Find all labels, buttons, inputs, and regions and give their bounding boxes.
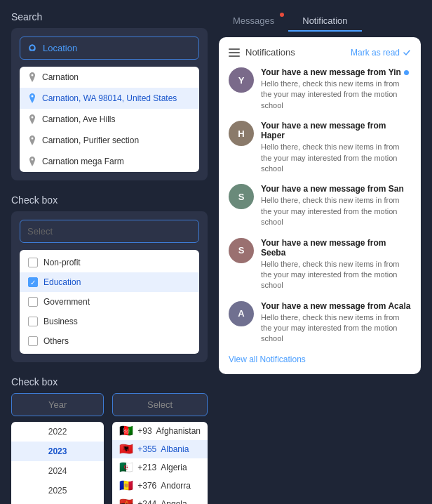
country-item[interactable]: 🇦🇩 +376 Andorra [112,477,208,495]
checkbox-item[interactable]: Others [20,331,199,351]
notif-item[interactable]: YYour have a new message from YinHello t… [229,67,411,111]
notif-content: Your have a new message from HaperHello … [261,121,411,174]
checkbox-label: Non-profit [43,258,81,267]
country-select[interactable]: Select [112,393,208,416]
checkbox[interactable] [28,258,38,267]
country-code: +244 [137,499,156,504]
svg-point-2 [32,95,34,98]
notif-text: Hello there, check this new items in fro… [261,195,411,227]
notif-text: Hello there, check this new items in fro… [261,259,411,291]
country-code: +93 [137,426,151,436]
checkbox-label: Government [43,297,90,307]
notif-from: Your have a new message from Yin [261,67,411,77]
notif-items: YYour have a new message from YinHello t… [229,67,411,345]
year-col: Year 20222023202420252026 [11,393,104,504]
country-name: Albania [161,444,189,454]
year-item[interactable]: 2024 [11,461,104,481]
year-item[interactable]: 2026 [11,500,104,504]
country-item[interactable]: 🇩🇿 +213 Algeria [112,458,208,477]
country-flag: 🇦🇱 [119,444,133,454]
checkbox-item[interactable]: Government [20,292,199,312]
checkbox1-box: Select Non-profit Education Government B… [11,211,208,362]
year-list: 20222023202420252026 [11,422,104,504]
pin-icon [28,157,36,166]
notif-item[interactable]: SYour have a new message from SeebaHello… [229,238,411,291]
country-col: Select 🇦🇫 +93 Afghanistan 🇦🇱 +355 Albani… [112,393,208,504]
checkbox[interactable] [28,336,38,346]
location-name: Carnation, Ave Hills [42,114,116,124]
location-name: Carnation mega Farm [42,157,124,166]
country-flag: 🇦🇫 [119,426,133,436]
location-results: Carnation Carnation, WA 98014, United St… [20,67,199,172]
notif-title: Notifications [245,47,295,58]
country-item[interactable]: 🇦🇴 +244 Angola [112,495,208,504]
checkbox-section-2: Check box Year 20222023202420252026 Sele… [11,376,208,504]
country-item[interactable]: 🇦🇱 +355 Albania [112,440,208,458]
bottom-cols: Year 20222023202420252026 Select 🇦🇫 +93 … [11,393,208,504]
country-name: Angola [161,499,187,504]
location-name: Carnation, Purifier section [42,135,139,145]
tab-badge [280,13,284,17]
location-item[interactable]: Carnation, Purifier section [20,130,199,151]
checkbox1-label: Check box [11,194,208,206]
right-panel: MessagesNotification Notifications Mark … [219,11,421,374]
avatar: S [229,238,254,263]
search-box: Carnation Carnation, WA 98014, United St… [11,28,208,180]
country-flag: 🇦🇩 [119,481,133,491]
mark-read-label: Mark as read [351,48,400,58]
tab-notification[interactable]: Notification [288,11,361,32]
notif-title-wrap: Notifications [229,47,295,58]
checkbox1-select[interactable]: Select [20,220,199,243]
notif-content: Your have a new message from SeebaHello … [261,238,411,291]
notif-item[interactable]: AYour have a new message from AcalaHello… [229,301,411,345]
location-item[interactable]: Carnation [20,67,199,88]
year-item[interactable]: 2023 [11,442,104,461]
notif-text: Hello there, check this new items in fro… [261,142,411,174]
avatar: A [229,301,254,326]
pin-icon [28,114,36,124]
year-item[interactable]: 2025 [11,481,104,500]
year-item[interactable]: 2022 [11,422,104,442]
view-all-button[interactable]: View all Notifications [229,354,411,364]
mark-read-button[interactable]: Mark as read [351,48,411,58]
svg-point-3 [32,117,34,119]
avatar: Y [229,67,254,93]
pin-icon [28,72,36,82]
notif-item[interactable]: SYour have a new message from SanHello t… [229,184,411,227]
tabs-row: MessagesNotification [219,11,421,32]
notif-content: Your have a new message from YinHello th… [261,67,411,111]
checkmark-icon [403,48,411,57]
location-item[interactable]: Carnation mega Farm [20,151,199,172]
checkbox[interactable] [28,297,38,307]
country-item[interactable]: 🇦🇫 +93 Afghanistan [112,422,208,440]
search-input-wrap[interactable] [20,37,199,60]
country-name: Andorra [161,481,191,491]
location-name: Carnation [42,72,79,82]
search-input[interactable] [43,43,191,53]
notif-from: Your have a new message from San [261,184,411,194]
right-column: MessagesNotification Notifications Mark … [219,11,421,504]
checkbox-item[interactable]: Business [20,312,199,331]
country-flag: 🇩🇿 [119,463,133,472]
checkbox[interactable] [28,277,38,287]
notification-panel: Notifications Mark as read YYour have a … [219,37,421,374]
notif-content: Your have a new message from SanHello th… [261,184,411,227]
checkbox[interactable] [28,317,38,326]
checkbox-label: Business [43,317,78,326]
checkbox-label: Others [43,336,69,346]
location-item[interactable]: Carnation, WA 98014, United States [20,88,199,109]
svg-point-5 [32,159,34,161]
location-item[interactable]: Carnation, Ave Hills [20,109,199,130]
notif-from: Your have a new message from Haper [261,121,411,140]
notif-text: Hello there, check this new items in fro… [261,79,411,111]
notif-header: Notifications Mark as read [229,47,411,58]
location-icon [27,44,37,53]
hamburger-icon[interactable] [229,48,240,57]
pin-icon [28,93,36,103]
checkbox-item[interactable]: Education [20,272,199,292]
notif-item[interactable]: HYour have a new message from HaperHello… [229,121,411,174]
year-select[interactable]: Year [11,393,104,416]
tab-messages[interactable]: Messages [219,11,288,32]
notif-from: Your have a new message from Seeba [261,238,411,258]
checkbox-item[interactable]: Non-profit [20,253,199,272]
